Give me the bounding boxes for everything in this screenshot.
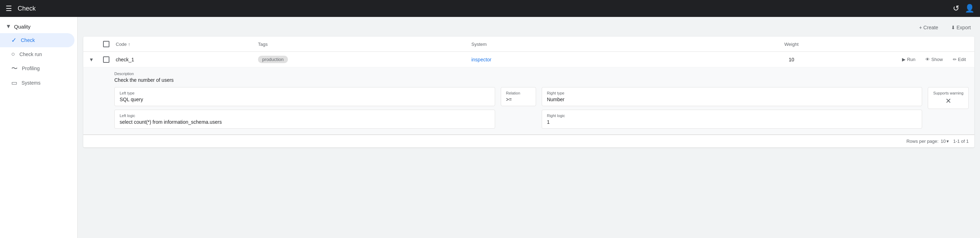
sidebar-item-systems[interactable]: ▭ Systems [0, 76, 75, 90]
edit-button[interactable]: ✏ Edit [950, 56, 969, 63]
row-expand-btn[interactable]: ▼ [89, 57, 103, 62]
left-logic-box: Left logic select count(*) from informat… [115, 109, 495, 129]
account-icon[interactable]: 👤 [965, 4, 974, 13]
layout: ▼ Quality ✓ Check ○ Check run 〜 Profilin… [0, 17, 980, 238]
sidebar-item-label-check: Check [21, 37, 35, 43]
row-weight: 10 [685, 57, 898, 62]
eye-icon: 👁 [925, 57, 930, 62]
system-col-header: System [471, 41, 685, 47]
rows-per-page-select[interactable]: 10 ▾ [940, 138, 948, 144]
show-button[interactable]: 👁 Show [923, 56, 946, 63]
row-code: check_1 [116, 57, 258, 62]
relation-label: Relation [506, 91, 531, 95]
relation-value: >= [506, 97, 531, 102]
weight-col-header: Weight [685, 41, 898, 47]
description-value: Check the number of users [115, 77, 969, 83]
table-header: Code ↑ Tags System Weight [83, 36, 974, 52]
right-logic-value: 1 [547, 119, 917, 125]
profiling-icon: 〜 [11, 64, 18, 73]
sidebar-quality-label: Quality [14, 24, 31, 30]
table-footer: Rows per page: 10 ▾ 1-1 of 1 [83, 135, 974, 148]
export-button[interactable]: ⬇ Export [948, 22, 974, 32]
sidebar-item-profiling[interactable]: 〜 Profiling [0, 61, 75, 76]
sidebar-item-check[interactable]: ✓ Check [0, 33, 75, 47]
create-label: + Create [919, 25, 939, 30]
refresh-icon[interactable]: ↺ [953, 4, 959, 13]
topbar: ☰ Check ↺ 👤 [0, 0, 980, 17]
systems-icon: ▭ [11, 79, 17, 87]
supports-warning-label: Supports warning [933, 91, 963, 95]
description-label: Description [115, 71, 969, 76]
chevron-down-icon: ▼ [6, 23, 11, 30]
pagination-info: 1-1 of 1 [953, 138, 969, 144]
chevron-down-icon: ▾ [947, 138, 949, 144]
toolbar: + Create ⬇ Export [83, 22, 974, 32]
left-type-label: Left type [119, 91, 490, 95]
run-icon: ▶ [902, 57, 905, 62]
check-icon: ✓ [11, 36, 17, 44]
run-button[interactable]: ▶ Run [899, 56, 918, 63]
row-actions: ▶ Run 👁 Show ✏ Edit [898, 56, 969, 63]
code-col-header[interactable]: Code ↑ [116, 41, 258, 47]
menu-icon[interactable]: ☰ [6, 4, 12, 13]
left-logic-value: select count(*) from information_schema.… [119, 119, 490, 125]
main-content: + Create ⬇ Export Code ↑ Tags [78, 17, 980, 238]
create-button[interactable]: + Create [916, 22, 942, 32]
row-select-checkbox[interactable] [103, 56, 110, 63]
row-tags: production [258, 56, 471, 63]
rows-per-page-label: Rows per page: [906, 138, 939, 144]
sidebar-item-label-systems: Systems [22, 80, 41, 86]
app-title: Check [18, 5, 947, 12]
expanded-detail: Description Check the number of users Le… [83, 67, 974, 135]
left-type-box: Left type SQL query [115, 87, 495, 106]
left-type-value: SQL query [119, 97, 490, 102]
right-type-label: Right type [547, 91, 917, 95]
supports-x-icon: ✕ [933, 97, 963, 105]
left-logic-label: Left logic [119, 114, 490, 118]
sidebar: ▼ Quality ✓ Check ○ Check run 〜 Profilin… [0, 17, 78, 238]
right-type-value: Number [547, 97, 917, 102]
tags-col-header: Tags [258, 41, 471, 47]
select-all-checkbox[interactable] [103, 41, 110, 47]
checkbox-col-header [103, 41, 116, 47]
sidebar-section-quality[interactable]: ▼ Quality [0, 20, 77, 33]
pencil-icon: ✏ [953, 57, 957, 62]
rows-per-page: Rows per page: 10 ▾ [906, 138, 949, 144]
relation-box: Relation >= [501, 87, 536, 106]
circle-icon: ○ [11, 51, 15, 58]
sidebar-item-label-checkrun: Check run [19, 51, 42, 57]
export-label: ⬇ Export [951, 25, 971, 30]
row-system[interactable]: inspector [471, 57, 685, 62]
detail-fields: Left type SQL query Left logic select co… [115, 87, 969, 129]
row-checkbox[interactable] [103, 56, 116, 63]
supports-warning-box: Supports warning ✕ [928, 87, 969, 109]
right-type-box: Right type Number [542, 87, 923, 106]
data-table: Code ↑ Tags System Weight ▼ che [83, 36, 974, 148]
right-logic-box: Right logic 1 [542, 109, 923, 129]
description-section: Description Check the number of users [115, 71, 969, 83]
topbar-actions: ↺ 👤 [953, 4, 974, 13]
table-row: ▼ check_1 production inspector 10 ▶ Run … [83, 52, 974, 67]
right-logic-label: Right logic [547, 114, 917, 118]
sidebar-item-label-profiling: Profiling [22, 65, 40, 71]
sidebar-item-checkrun[interactable]: ○ Check run [0, 47, 75, 61]
tag-badge[interactable]: production [258, 56, 288, 63]
